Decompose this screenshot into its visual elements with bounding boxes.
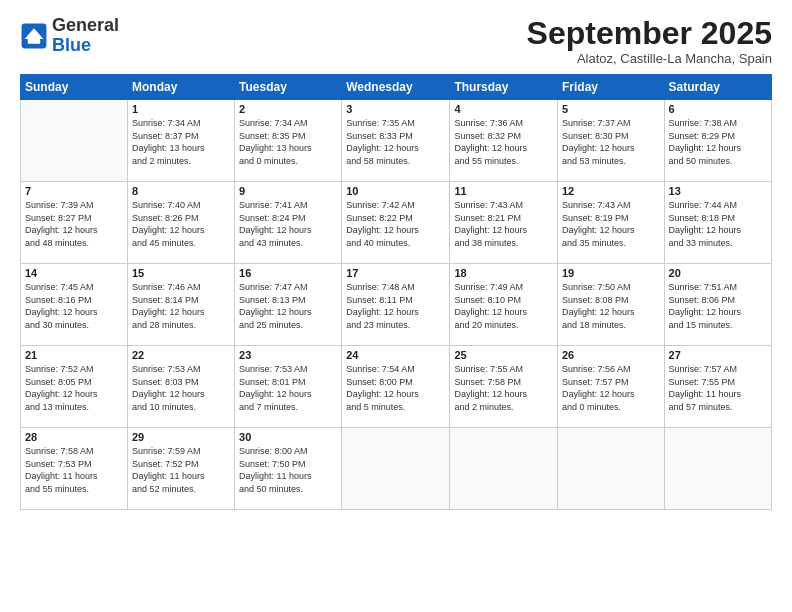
day-number: 28 xyxy=(25,431,123,443)
calendar-cell: 11Sunrise: 7:43 AM Sunset: 8:21 PM Dayli… xyxy=(450,182,558,264)
day-info: Sunrise: 7:50 AM Sunset: 8:08 PM Dayligh… xyxy=(562,281,660,331)
calendar-cell: 5Sunrise: 7:37 AM Sunset: 8:30 PM Daylig… xyxy=(557,100,664,182)
calendar-cell: 10Sunrise: 7:42 AM Sunset: 8:22 PM Dayli… xyxy=(342,182,450,264)
day-number: 21 xyxy=(25,349,123,361)
day-info: Sunrise: 7:59 AM Sunset: 7:52 PM Dayligh… xyxy=(132,445,230,495)
day-number: 10 xyxy=(346,185,445,197)
day-number: 1 xyxy=(132,103,230,115)
day-number: 15 xyxy=(132,267,230,279)
day-number: 19 xyxy=(562,267,660,279)
calendar-cell: 14Sunrise: 7:45 AM Sunset: 8:16 PM Dayli… xyxy=(21,264,128,346)
day-info: Sunrise: 7:41 AM Sunset: 8:24 PM Dayligh… xyxy=(239,199,337,249)
day-number: 6 xyxy=(669,103,767,115)
day-number: 8 xyxy=(132,185,230,197)
page: General Blue September 2025 Alatoz, Cast… xyxy=(0,0,792,612)
calendar-week-row: 28Sunrise: 7:58 AM Sunset: 7:53 PM Dayli… xyxy=(21,428,772,510)
day-number: 4 xyxy=(454,103,553,115)
day-info: Sunrise: 7:53 AM Sunset: 8:01 PM Dayligh… xyxy=(239,363,337,413)
calendar-cell xyxy=(450,428,558,510)
calendar-cell: 7Sunrise: 7:39 AM Sunset: 8:27 PM Daylig… xyxy=(21,182,128,264)
day-number: 18 xyxy=(454,267,553,279)
day-header: Friday xyxy=(557,75,664,100)
calendar-cell: 8Sunrise: 7:40 AM Sunset: 8:26 PM Daylig… xyxy=(127,182,234,264)
calendar-cell: 21Sunrise: 7:52 AM Sunset: 8:05 PM Dayli… xyxy=(21,346,128,428)
calendar-cell: 25Sunrise: 7:55 AM Sunset: 7:58 PM Dayli… xyxy=(450,346,558,428)
calendar-cell: 29Sunrise: 7:59 AM Sunset: 7:52 PM Dayli… xyxy=(127,428,234,510)
day-header: Thursday xyxy=(450,75,558,100)
day-info: Sunrise: 7:46 AM Sunset: 8:14 PM Dayligh… xyxy=(132,281,230,331)
svg-rect-2 xyxy=(28,39,40,44)
day-number: 14 xyxy=(25,267,123,279)
day-header: Wednesday xyxy=(342,75,450,100)
calendar: SundayMondayTuesdayWednesdayThursdayFrid… xyxy=(20,74,772,510)
calendar-cell: 1Sunrise: 7:34 AM Sunset: 8:37 PM Daylig… xyxy=(127,100,234,182)
day-number: 11 xyxy=(454,185,553,197)
calendar-cell: 17Sunrise: 7:48 AM Sunset: 8:11 PM Dayli… xyxy=(342,264,450,346)
calendar-week-row: 1Sunrise: 7:34 AM Sunset: 8:37 PM Daylig… xyxy=(21,100,772,182)
day-info: Sunrise: 7:58 AM Sunset: 7:53 PM Dayligh… xyxy=(25,445,123,495)
day-info: Sunrise: 7:56 AM Sunset: 7:57 PM Dayligh… xyxy=(562,363,660,413)
calendar-cell: 3Sunrise: 7:35 AM Sunset: 8:33 PM Daylig… xyxy=(342,100,450,182)
calendar-cell: 30Sunrise: 8:00 AM Sunset: 7:50 PM Dayli… xyxy=(235,428,342,510)
logo-text: General Blue xyxy=(52,16,119,56)
calendar-cell: 15Sunrise: 7:46 AM Sunset: 8:14 PM Dayli… xyxy=(127,264,234,346)
calendar-cell: 19Sunrise: 7:50 AM Sunset: 8:08 PM Dayli… xyxy=(557,264,664,346)
header: General Blue September 2025 Alatoz, Cast… xyxy=(20,16,772,66)
day-number: 23 xyxy=(239,349,337,361)
day-number: 17 xyxy=(346,267,445,279)
day-info: Sunrise: 7:38 AM Sunset: 8:29 PM Dayligh… xyxy=(669,117,767,167)
title-area: September 2025 Alatoz, Castille-La Manch… xyxy=(527,16,772,66)
day-number: 27 xyxy=(669,349,767,361)
day-header: Monday xyxy=(127,75,234,100)
calendar-cell: 22Sunrise: 7:53 AM Sunset: 8:03 PM Dayli… xyxy=(127,346,234,428)
day-info: Sunrise: 7:44 AM Sunset: 8:18 PM Dayligh… xyxy=(669,199,767,249)
calendar-cell xyxy=(342,428,450,510)
day-info: Sunrise: 7:49 AM Sunset: 8:10 PM Dayligh… xyxy=(454,281,553,331)
day-info: Sunrise: 7:42 AM Sunset: 8:22 PM Dayligh… xyxy=(346,199,445,249)
calendar-cell: 9Sunrise: 7:41 AM Sunset: 8:24 PM Daylig… xyxy=(235,182,342,264)
day-number: 3 xyxy=(346,103,445,115)
logo-area: General Blue xyxy=(20,16,119,56)
logo-icon xyxy=(20,22,48,50)
day-header: Tuesday xyxy=(235,75,342,100)
day-number: 25 xyxy=(454,349,553,361)
day-info: Sunrise: 7:47 AM Sunset: 8:13 PM Dayligh… xyxy=(239,281,337,331)
day-number: 12 xyxy=(562,185,660,197)
day-info: Sunrise: 7:51 AM Sunset: 8:06 PM Dayligh… xyxy=(669,281,767,331)
day-header: Sunday xyxy=(21,75,128,100)
day-number: 29 xyxy=(132,431,230,443)
calendar-cell: 27Sunrise: 7:57 AM Sunset: 7:55 PM Dayli… xyxy=(664,346,771,428)
day-info: Sunrise: 7:52 AM Sunset: 8:05 PM Dayligh… xyxy=(25,363,123,413)
day-info: Sunrise: 7:34 AM Sunset: 8:37 PM Dayligh… xyxy=(132,117,230,167)
calendar-week-row: 7Sunrise: 7:39 AM Sunset: 8:27 PM Daylig… xyxy=(21,182,772,264)
calendar-header-row: SundayMondayTuesdayWednesdayThursdayFrid… xyxy=(21,75,772,100)
day-header: Saturday xyxy=(664,75,771,100)
calendar-cell: 18Sunrise: 7:49 AM Sunset: 8:10 PM Dayli… xyxy=(450,264,558,346)
location: Alatoz, Castille-La Mancha, Spain xyxy=(527,51,772,66)
day-info: Sunrise: 7:57 AM Sunset: 7:55 PM Dayligh… xyxy=(669,363,767,413)
calendar-cell: 16Sunrise: 7:47 AM Sunset: 8:13 PM Dayli… xyxy=(235,264,342,346)
day-number: 2 xyxy=(239,103,337,115)
calendar-cell: 24Sunrise: 7:54 AM Sunset: 8:00 PM Dayli… xyxy=(342,346,450,428)
day-info: Sunrise: 7:35 AM Sunset: 8:33 PM Dayligh… xyxy=(346,117,445,167)
calendar-week-row: 14Sunrise: 7:45 AM Sunset: 8:16 PM Dayli… xyxy=(21,264,772,346)
day-info: Sunrise: 7:53 AM Sunset: 8:03 PM Dayligh… xyxy=(132,363,230,413)
day-info: Sunrise: 7:36 AM Sunset: 8:32 PM Dayligh… xyxy=(454,117,553,167)
day-number: 5 xyxy=(562,103,660,115)
calendar-cell: 20Sunrise: 7:51 AM Sunset: 8:06 PM Dayli… xyxy=(664,264,771,346)
day-info: Sunrise: 7:40 AM Sunset: 8:26 PM Dayligh… xyxy=(132,199,230,249)
calendar-cell: 28Sunrise: 7:58 AM Sunset: 7:53 PM Dayli… xyxy=(21,428,128,510)
day-info: Sunrise: 7:37 AM Sunset: 8:30 PM Dayligh… xyxy=(562,117,660,167)
day-info: Sunrise: 7:54 AM Sunset: 8:00 PM Dayligh… xyxy=(346,363,445,413)
calendar-cell: 4Sunrise: 7:36 AM Sunset: 8:32 PM Daylig… xyxy=(450,100,558,182)
calendar-cell: 2Sunrise: 7:34 AM Sunset: 8:35 PM Daylig… xyxy=(235,100,342,182)
day-number: 20 xyxy=(669,267,767,279)
day-number: 26 xyxy=(562,349,660,361)
calendar-cell xyxy=(664,428,771,510)
day-info: Sunrise: 7:39 AM Sunset: 8:27 PM Dayligh… xyxy=(25,199,123,249)
day-number: 30 xyxy=(239,431,337,443)
calendar-week-row: 21Sunrise: 7:52 AM Sunset: 8:05 PM Dayli… xyxy=(21,346,772,428)
calendar-cell: 23Sunrise: 7:53 AM Sunset: 8:01 PM Dayli… xyxy=(235,346,342,428)
calendar-cell xyxy=(557,428,664,510)
day-number: 24 xyxy=(346,349,445,361)
